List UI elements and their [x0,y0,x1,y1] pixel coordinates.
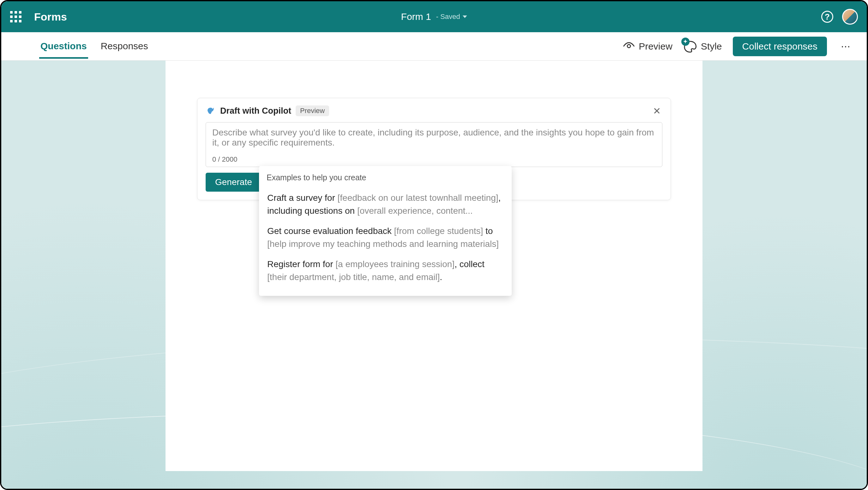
copilot-logo-icon [206,106,216,116]
close-icon[interactable]: ✕ [651,105,662,117]
form-title-group[interactable]: Form 1 - Saved [401,11,467,22]
char-count: 0 / 2000 [212,155,656,164]
form-title: Form 1 [401,11,431,22]
app-header: Forms Form 1 - Saved ? [1,1,867,32]
palette-icon: ✦ [683,40,697,53]
preview-label: Preview [639,41,673,52]
style-label: Style [701,41,722,52]
chevron-down-icon [462,15,467,18]
sparkle-badge-icon: ✦ [681,38,689,46]
collect-responses-button[interactable]: Collect responses [733,37,827,56]
tab-questions[interactable]: Questions [39,34,88,59]
prompts-dropdown: Examples to help you create Craft a surv… [259,166,512,296]
prompt-textarea[interactable] [212,128,656,153]
tab-responses[interactable]: Responses [99,34,149,59]
prompt-input-container: 0 / 2000 [206,122,662,167]
form-card: Draft with Copilot Preview ✕ 0 / 2000 Ge… [165,61,703,471]
preview-button[interactable]: Preview [623,41,673,52]
prompt-example-item[interactable]: Register form for [a employees training … [267,254,504,287]
prompt-example-item[interactable]: Craft a survey for [feedback on our late… [267,188,504,221]
user-avatar[interactable] [842,9,858,25]
copilot-title: Draft with Copilot [220,106,291,116]
prompt-example-item[interactable]: Get course evaluation feedback [from col… [267,221,504,254]
saved-status-text: - Saved [436,13,460,21]
svg-point-0 [627,44,630,48]
canvas-area: Draft with Copilot Preview ✕ 0 / 2000 Ge… [1,61,867,489]
saved-status[interactable]: - Saved [436,13,467,21]
app-launcher-icon[interactable] [10,11,22,23]
app-name[interactable]: Forms [34,11,67,23]
eye-icon [623,42,635,51]
more-menu-icon[interactable]: ⋯ [838,41,854,52]
help-icon[interactable]: ? [821,11,833,23]
generate-button[interactable]: Generate [206,173,261,192]
style-button[interactable]: ✦ Style [683,40,722,53]
prompts-heading: Examples to help you create [267,173,504,182]
preview-badge: Preview [296,105,329,116]
secondary-nav: Questions Responses Preview ✦ [1,32,867,61]
